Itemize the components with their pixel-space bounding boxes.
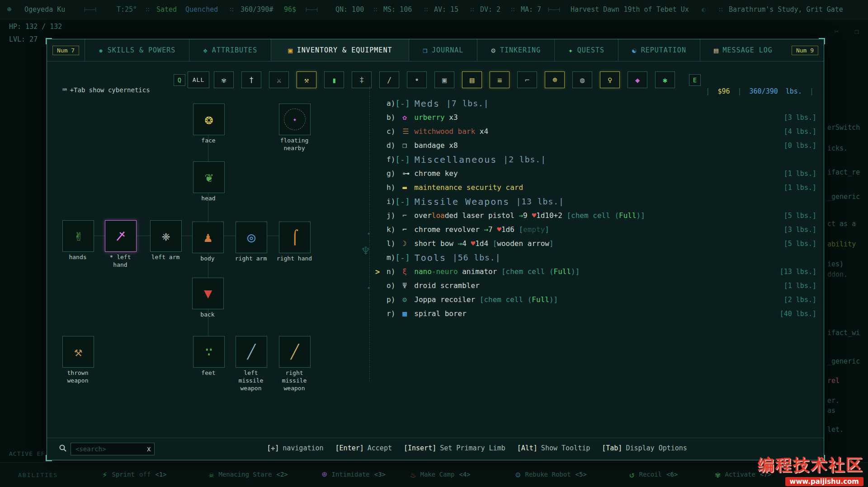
filter-plants[interactable]: ✱ [655,71,675,88]
collapse-toggle[interactable]: [-] [395,197,410,206]
bg-text-fragment: ifact_wi [827,329,860,337]
item-name-part: [chem cell ( [480,295,532,304]
inventory-item-row[interactable]: d)❒bandage x8[0 lbs.] [375,138,816,152]
ability-make-camp[interactable]: ♨Make Camp<4> [410,469,471,479]
ability-name: Rebuke Robot [525,471,571,478]
inventory-category-row[interactable]: i)[-]Missile Weapons|13 lbs.| [375,194,816,208]
right-arm-icon: ◎ [247,231,255,244]
inventory-window: Num 7 ✹SKILLS & POWERS❖ATTRIBUTES▣INVENT… [47,39,824,460]
filter-all[interactable]: ALL [188,71,209,88]
search-clear-button[interactable]: X [147,446,151,453]
search-box[interactable]: X [71,443,155,455]
wands-icon: ∕ [387,76,392,85]
collapse-toggle[interactable]: [-] [395,155,410,164]
equip-slot-floating-nearby[interactable]: ✦ [279,104,311,135]
item-icon: ⌐ [402,225,414,234]
divider-ornament-icon: ♆ [362,243,370,259]
item-icon: ▬ [402,183,414,192]
item-name-part: chrome key [414,169,458,178]
inventory-item-row[interactable]: c)☰witchwood bark x4[4 lbs.] [375,124,816,138]
equip-slot-label: head [190,195,226,203]
hud-top-text: ∷ [470,5,474,14]
filter-missile-weapons[interactable]: ⌐ [517,71,537,88]
tab-attributes[interactable]: ❖ATTRIBUTES [189,39,271,61]
inventory-item-row[interactable]: o)Ψdroid scrambler[1 lbs.] [375,279,816,293]
filter-natural-weapons[interactable]: ✾ [214,71,234,88]
inventory-item-row[interactable]: h)▬maintenance security card[1 lbs.] [375,180,816,194]
tab-message-log[interactable]: ▤MESSAGE LOG [700,39,786,61]
ability-menacing-stare[interactable]: ☠Menacing Stare<2> [209,469,288,479]
item-hotkey: r) [387,309,395,318]
item-hotkey: l) [387,239,395,248]
ability-sprint[interactable]: ⚡Sprintoff<1> [102,469,167,479]
equip-slot-right-missile-weapon[interactable]: ╱ [279,336,311,368]
item-hotkey: g) [387,169,395,178]
equip-slot-left-arm[interactable]: ❈ [150,220,182,252]
equip-slot-right-arm[interactable]: ◎ [236,222,267,253]
axes-icon: ⚒ [304,76,309,85]
inventory-item-row[interactable]: l)☽short bow →4 ♥1d4 [wooden arrow][5 lb… [375,236,816,251]
equip-slot-hands[interactable]: ✌ [62,220,94,252]
equip-slot-head[interactable]: ❦ [193,161,225,193]
ability-intimidate[interactable]: ☻Intimidate<3> [322,469,386,479]
tab-label: QUESTS [577,46,604,54]
inventory-item-row[interactable]: j)⌐overloaded laser pistol →9 ♥1d10+2 [c… [375,208,816,222]
tab-tinkering[interactable]: ⚙TINKERING [477,39,554,61]
item-name-part: short bow [414,239,458,248]
tab-quests[interactable]: ✦QUESTS [554,39,618,61]
equip-slot-left-missile-weapon[interactable]: ╱ [236,336,267,368]
item-name-part: 1d10+2 [536,211,562,220]
equip-slot-feet[interactable]: ∵ [193,336,225,368]
filter-melee-weapons[interactable]: ⚔ [269,71,289,88]
collapse-toggle[interactable]: [-] [395,99,410,108]
tab-skills-powers[interactable]: ✹SKILLS & POWERS [85,39,189,61]
hud-top-text: ∷ [373,5,377,14]
equip-slot-thrown-weapon[interactable]: ⚒ [62,336,94,368]
equip-slot-right-hand[interactable]: ⌠ [279,222,311,253]
inventory-item-row[interactable]: k)⌐chrome revolver →7 ♥1d6 [empty][3 lbs… [375,222,816,236]
filter-axes[interactable]: ⚒ [297,71,316,88]
inventory-category-row[interactable]: m)[-]Tools|56 lbs.| [375,251,816,265]
filter-armor[interactable]: ▣ [434,71,454,88]
tab-hotkey-left: Num 7 [52,46,79,55]
equip-slot-face[interactable]: ❂ [193,104,225,135]
filter-gems[interactable]: ◆ [627,71,647,88]
selection-marker: > [375,267,387,276]
inventory-item-row[interactable]: p)⚙Joppa recoiler [chem cell (Full)][2 l… [375,293,816,307]
filter-wands[interactable]: ∕ [379,71,399,88]
filter-ammo[interactable]: • [407,71,427,88]
filter-figurines[interactable]: ♀ [600,71,620,88]
tab-inventory-equipment[interactable]: ▣INVENTORY & EQUIPMENT [271,39,409,61]
filter-robots[interactable]: ☸ [545,71,565,88]
tab-reputation[interactable]: ☯REPUTATION [618,39,700,61]
inventory-item-row[interactable]: >n)ξnano-neuro animator [chem cell (Full… [375,265,816,279]
ability-recoil[interactable]: ↺Recoil<6> [629,469,678,479]
filter-cycle-right-key[interactable]: E [689,74,701,86]
equip-slot-left-hand[interactable]: † [105,220,137,252]
inventory-item-row[interactable]: g)⊶chrome key[1 lbs.] [375,166,816,180]
inventory-item-row[interactable]: b)✿urberry x3[3 lbs.] [375,110,816,124]
filter-daggers[interactable]: ‡ [352,71,372,88]
search-input[interactable] [75,445,131,453]
filter-short-blades[interactable]: † [241,71,261,88]
skills-powers-icon: ✹ [99,46,104,55]
tab-label: TINKERING [500,46,541,54]
item-hotkey: j) [387,211,395,220]
item-name-part: laser pistol [458,211,519,220]
equip-slot-back[interactable]: ▼ [192,278,224,309]
filter-energy-cells[interactable]: ▮ [324,71,344,88]
filter-cycle-left-key[interactable]: Q [174,74,185,86]
equip-slot-body[interactable]: ♟ [192,222,224,253]
item-name-part: x4 [475,127,488,136]
inventory-item-row[interactable]: r)▩spiral borer[40 lbs.] [375,307,816,321]
ability-rebuke-robot[interactable]: ⚙Rebuke Robot<5> [515,469,587,479]
inventory-category-row[interactable]: a)[-]Meds|7 lbs.| [375,96,816,110]
tab-journal[interactable]: ❒JOURNAL [409,39,477,61]
filter-chests[interactable]: ▤ [462,71,482,88]
filter-containers[interactable]: ◍ [572,71,592,88]
filter-scrolls[interactable]: ≡ [490,71,509,88]
ability-bar: ABILITIES ⚡Sprintoff<1>☠Menacing Stare<2… [0,462,868,487]
item-name-part: wooden arrow [497,239,549,248]
inventory-category-row[interactable]: f)[-]Miscellaneous|2 lbs.| [375,152,816,166]
collapse-toggle[interactable]: [-] [395,253,410,262]
